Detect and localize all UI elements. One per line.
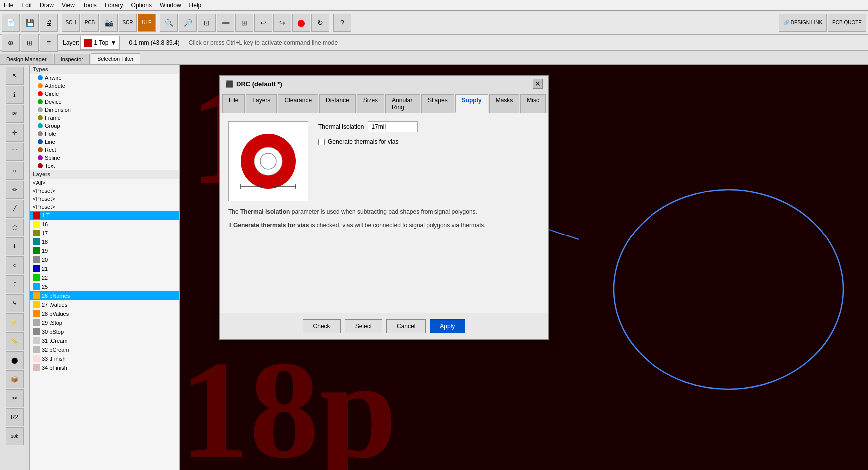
menu-library[interactable]: Library (101, 1, 127, 10)
drc-tool[interactable]: ⚡ (6, 313, 24, 331)
zoom-full[interactable]: ⊞ (235, 14, 253, 32)
dtab-supply[interactable]: Supply (455, 94, 488, 113)
zoom-minus[interactable]: ➖ (217, 14, 234, 32)
grid-button[interactable]: ⊞ (21, 34, 39, 52)
layer-29[interactable]: 29 tStop (30, 318, 179, 327)
menu-window[interactable]: Window (156, 1, 185, 10)
ratsnest-tool[interactable]: 10k (6, 427, 24, 445)
dtab-clearance[interactable]: Clearance (278, 94, 318, 113)
new-button[interactable]: 📄 (2, 14, 20, 32)
snap-button[interactable]: ⊕ (2, 34, 20, 52)
info-tool[interactable]: ℹ (6, 86, 24, 104)
measure-tool[interactable]: 📏 (6, 332, 24, 350)
layer-18[interactable]: 18 (30, 237, 179, 246)
component-tool[interactable]: 📦 (6, 370, 24, 388)
layer-30[interactable]: 30 bStop (30, 327, 179, 336)
mirror-tool[interactable]: ↔ (6, 162, 24, 180)
layer-preset3[interactable]: <Preset> (30, 203, 179, 211)
dialog-close-button[interactable]: ✕ (533, 79, 543, 89)
circle-tool[interactable]: ○ (6, 256, 24, 274)
layer-17[interactable]: 17 (30, 229, 179, 237)
layer-31[interactable]: 31 tCream (30, 336, 179, 345)
tool-schematic[interactable]: SCH (62, 14, 80, 32)
route2-tool[interactable]: ⤷ (6, 294, 24, 312)
layer-all[interactable]: <All> (30, 179, 179, 187)
menu-tools[interactable]: Tools (79, 1, 101, 10)
layer-26[interactable]: 26 bNames (30, 291, 179, 300)
polygon-tool[interactable]: ⬡ (6, 219, 24, 236)
check-button[interactable]: Check (303, 319, 341, 333)
type-airwire[interactable]: Airwire (30, 74, 179, 82)
menu-options[interactable]: Options (127, 1, 156, 10)
zoom-in-button[interactable]: 🔎 (179, 14, 197, 32)
tab-inspector[interactable]: Inspector (54, 54, 90, 64)
zoom-select[interactable]: ⊡ (198, 14, 216, 32)
layer-33[interactable]: 33 tFinish (30, 354, 179, 363)
menu-draw[interactable]: Draw (36, 1, 58, 10)
edit-tool[interactable]: ✏ (6, 181, 24, 199)
pcb-canvas[interactable]: 18p 18p (180, 65, 868, 470)
redo2-button[interactable]: ↻ (311, 14, 329, 32)
dtab-shapes[interactable]: Shapes (421, 94, 454, 113)
ripup-tool[interactable]: ✂ (6, 389, 24, 407)
type-line[interactable]: Line (30, 138, 179, 146)
type-dimension[interactable]: Dimension (30, 106, 179, 114)
layer-21[interactable]: 21 (30, 264, 179, 273)
zoom-out-button[interactable]: 🔍 (160, 14, 178, 32)
tab-selection-filter[interactable]: Selection Filter (91, 53, 140, 64)
menu-edit[interactable]: Edit (17, 1, 36, 10)
grid-alt-button[interactable]: ≡ (40, 34, 58, 52)
dtab-distance[interactable]: Distance (319, 94, 356, 113)
dtab-masks[interactable]: Masks (489, 94, 520, 113)
layer-19[interactable]: 19 (30, 246, 179, 255)
layer-1top[interactable]: 1 T (30, 211, 179, 220)
line-tool[interactable]: ╱ (6, 200, 24, 218)
select-tool[interactable]: ↖ (6, 67, 24, 85)
tool-board[interactable]: PCB (81, 14, 99, 32)
dtab-misc[interactable]: Misc (520, 94, 546, 113)
dtab-layers[interactable]: Layers (246, 94, 277, 113)
menu-file[interactable]: File (0, 1, 17, 10)
tool-scr[interactable]: SCR (119, 14, 137, 32)
layer-dropdown-icon[interactable]: ▼ (111, 39, 117, 46)
dtab-file[interactable]: File (222, 94, 245, 113)
layer-34[interactable]: 34 bFinish (30, 363, 179, 372)
layer-16[interactable]: 16 (30, 220, 179, 229)
eye-tool[interactable]: 👁 (6, 105, 24, 123)
type-hole[interactable]: Hole (30, 130, 179, 138)
tool-cam[interactable]: 📷 (100, 14, 118, 32)
menu-help[interactable]: Help (185, 1, 206, 10)
layer-preset1[interactable]: <Preset> (30, 187, 179, 195)
route-tool[interactable]: ⤴ (6, 275, 24, 293)
apply-button[interactable]: Apply (430, 319, 465, 333)
text-tool[interactable]: T (6, 237, 24, 255)
tab-design-manager[interactable]: Design Manager (0, 54, 53, 64)
select-button[interactable]: Select (345, 319, 382, 333)
type-rect[interactable]: Rect (30, 146, 179, 154)
layer-25[interactable]: 25 (30, 282, 179, 291)
type-group[interactable]: Group (30, 122, 179, 130)
layer-28[interactable]: 28 bValues (30, 309, 179, 318)
type-attribute[interactable]: Attribute (30, 82, 179, 90)
redo-button[interactable]: ↪ (273, 14, 291, 32)
type-frame[interactable]: Frame (30, 114, 179, 122)
layer-preset2[interactable]: <Preset> (30, 195, 179, 203)
save-button[interactable]: 💾 (21, 14, 39, 32)
dtab-sizes[interactable]: Sizes (357, 94, 384, 113)
layer-selector[interactable]: 1 Top ▼ (80, 36, 120, 50)
menu-view[interactable]: View (58, 1, 79, 10)
arc-tool[interactable]: ⌒ (6, 143, 24, 161)
dtab-annular-ring[interactable]: Annular Ring (385, 94, 420, 113)
type-device[interactable]: Device (30, 98, 179, 106)
layer-22[interactable]: 22 (30, 273, 179, 282)
pad-tool[interactable]: ⬤ (6, 351, 24, 369)
generate-thermals-checkbox[interactable] (318, 139, 325, 145)
design-link[interactable]: 🔗 DESIGN LINK (779, 14, 827, 32)
cancel-button[interactable]: Cancel (386, 319, 426, 333)
layer-27[interactable]: 27 tValues (30, 300, 179, 309)
thermal-isolation-input[interactable] (368, 121, 418, 132)
layer-20[interactable]: 20 (30, 255, 179, 264)
pcb-quote[interactable]: PCB QUOTE (828, 14, 866, 32)
type-circle[interactable]: Circle (30, 90, 179, 98)
type-text[interactable]: Text (30, 162, 179, 170)
